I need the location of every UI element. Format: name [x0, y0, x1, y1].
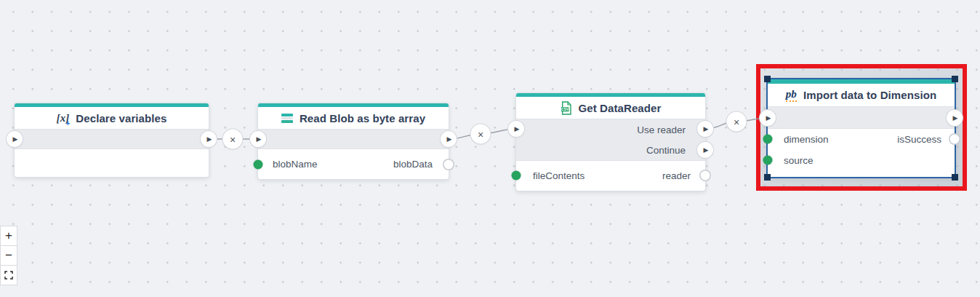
- node-title: Import data to Dimension: [803, 89, 936, 101]
- close-icon: ×: [478, 128, 483, 140]
- node-declare-variables[interactable]: [x]+ Declare variables: [15, 103, 209, 177]
- node-read-blob[interactable]: Read Blob as byte array blobName blobDat…: [258, 103, 449, 179]
- input-label: dimension: [784, 134, 829, 145]
- exec-output-continue: Continue: [516, 140, 705, 160]
- input-label: source: [784, 155, 814, 166]
- output-port-isSuccess[interactable]: [950, 135, 960, 144]
- exec-out-port-use-reader[interactable]: ▶: [697, 121, 713, 137]
- minus-icon: −: [5, 248, 12, 263]
- zoom-out-button[interactable]: −: [0, 245, 17, 266]
- input-port-blobName[interactable]: [254, 160, 263, 170]
- selection-handle-se[interactable]: [952, 174, 958, 181]
- selection-handle-nw[interactable]: [764, 76, 771, 82]
- exec-in-port[interactable]: ▶: [250, 131, 266, 147]
- node-get-datareader[interactable]: CSV Get DataReader Use reader Continue f…: [516, 93, 705, 191]
- exec-row: [768, 106, 955, 129]
- io-row: blobName blobData: [258, 149, 449, 179]
- play-icon: ▶: [13, 135, 18, 143]
- output-label: isSuccess: [897, 134, 941, 145]
- node-title-row: [x]+ Declare variables: [15, 107, 209, 129]
- exec-row: [15, 129, 209, 149]
- exec-output-use-reader: Use reader: [516, 119, 705, 140]
- output-label: reader: [662, 170, 691, 181]
- exec-row: [258, 129, 449, 149]
- fit-to-screen-icon: [4, 271, 13, 280]
- play-icon: ▶: [207, 135, 212, 143]
- remove-connection-button[interactable]: ×: [727, 112, 747, 132]
- exec-in-port[interactable]: ▶: [7, 131, 23, 147]
- output-label: blobData: [393, 159, 433, 170]
- canvas-zoom-controls: + −: [0, 226, 17, 285]
- close-icon: ×: [230, 133, 236, 145]
- pb-logo-icon: pb: [786, 89, 797, 102]
- close-icon: ×: [734, 116, 739, 127]
- play-icon: ▶: [766, 114, 771, 122]
- io-row: source: [768, 150, 955, 171]
- io-row: fileContents reader: [516, 161, 705, 191]
- exec-in-port[interactable]: ▶: [508, 121, 524, 137]
- node-title: Get DataReader: [579, 102, 662, 114]
- input-port-fileContents[interactable]: [512, 171, 521, 181]
- input-label: blobName: [273, 159, 318, 170]
- exec-out-port-continue[interactable]: ▶: [697, 142, 713, 158]
- blob-icon: [281, 114, 293, 123]
- input-port-dimension[interactable]: [763, 135, 773, 144]
- play-icon: ▶: [704, 146, 709, 154]
- input-port-source[interactable]: [763, 156, 773, 165]
- exec-out-port[interactable]: ▶: [201, 131, 217, 147]
- output-port-blobData[interactable]: [444, 160, 454, 170]
- exec-rows: Use reader Continue: [516, 119, 705, 161]
- play-icon: ▶: [447, 135, 452, 143]
- node-import-data-to-dimension[interactable]: pb Import data to Dimension dimension is…: [768, 79, 955, 177]
- play-icon: ▶: [953, 114, 958, 122]
- node-title-row: Read Blob as byte array: [258, 107, 449, 129]
- exec-out-port[interactable]: ▶: [441, 131, 457, 147]
- fit-to-screen-button[interactable]: [0, 265, 17, 285]
- remove-connection-button[interactable]: ×: [471, 124, 491, 144]
- selection-handle-sw[interactable]: [764, 174, 771, 181]
- workflow-canvas[interactable]: [x]+ Declare variables Read Blob as byte…: [0, 0, 980, 297]
- node-title: Read Blob as byte array: [300, 112, 425, 124]
- svg-text:CSV: CSV: [561, 107, 569, 111]
- exec-in-port[interactable]: ▶: [760, 110, 776, 126]
- node-title-row: CSV Get DataReader: [516, 97, 705, 119]
- csv-file-icon: CSV: [561, 101, 572, 115]
- play-icon: ▶: [257, 135, 262, 143]
- remove-connection-button[interactable]: ×: [223, 130, 243, 149]
- output-port-reader[interactable]: [701, 171, 710, 181]
- node-title: Declare variables: [76, 112, 166, 124]
- selection-handle-ne[interactable]: [952, 76, 958, 82]
- input-label: fileContents: [533, 170, 585, 181]
- io-row: dimension isSuccess: [768, 129, 955, 150]
- zoom-in-button[interactable]: +: [0, 226, 17, 246]
- node-title-row: pb Import data to Dimension: [768, 84, 955, 106]
- play-icon: ▶: [515, 125, 520, 132]
- play-icon: ▶: [704, 125, 709, 132]
- plus-icon: +: [5, 229, 12, 243]
- declare-variables-icon: [x]+: [57, 112, 70, 124]
- exec-out-port[interactable]: ▶: [947, 110, 963, 126]
